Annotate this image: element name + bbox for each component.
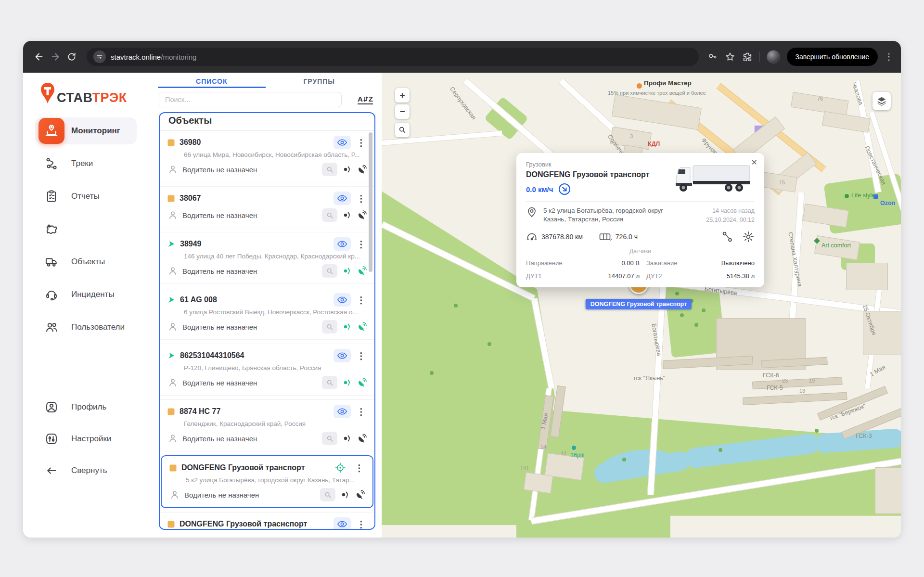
- route-icon[interactable]: [721, 231, 733, 243]
- row-menu-icon[interactable]: ⋮: [356, 240, 367, 249]
- sidebar-collapse-button[interactable]: Свернуть: [23, 455, 149, 487]
- sort-az-button[interactable]: A Z: [358, 95, 373, 104]
- bookmark-star-icon[interactable]: [725, 51, 735, 62]
- sidebar-item-geozones[interactable]: [23, 213, 149, 245]
- location-pin-icon: [526, 206, 538, 218]
- poi-marker-orange: [637, 83, 642, 89]
- driver-search-button[interactable]: [322, 320, 337, 333]
- status-parked-icon: [167, 195, 175, 202]
- panel-tabs: СПИСОК ГРУППЫ: [149, 73, 382, 88]
- sensor-label: Зажигание: [646, 259, 677, 267]
- sort-a: A: [358, 95, 363, 103]
- tab-list[interactable]: СПИСОК: [158, 73, 266, 88]
- map-shape: [875, 467, 901, 514]
- magnifier-icon: [326, 212, 334, 219]
- driver-search-button[interactable]: [322, 264, 337, 278]
- forward-button[interactable]: [47, 49, 64, 65]
- vehicle-driver-row: Водитель не назначен: [167, 264, 367, 278]
- sensor-value: 5145.38 л: [684, 272, 755, 280]
- magnifier-icon: [326, 323, 334, 331]
- url-text: stavtrack.online/monitoring: [111, 53, 196, 61]
- vehicle-card[interactable]: 862531044310564 ⋮ Р-120, Глинищево, Брян…: [160, 344, 374, 396]
- vehicle-card[interactable]: 38949 ⋮ 146 улица 40 лет Победы, Краснод…: [160, 232, 374, 284]
- zoom-in-label: +: [399, 90, 405, 101]
- sidebar-item-tracks[interactable]: Треки: [23, 147, 149, 180]
- locate-target-button[interactable]: [332, 461, 349, 474]
- row-menu-icon[interactable]: ⋮: [356, 138, 367, 147]
- vehicle-card[interactable]: 61 AG 008 ⋮ 6 улица Ростовский Выезд, Но…: [160, 288, 374, 340]
- row-menu-icon[interactable]: ⋮: [356, 295, 367, 305]
- row-menu-icon[interactable]: ⋮: [356, 407, 367, 416]
- row-menu-icon[interactable]: ⋮: [354, 463, 365, 473]
- map-shape: [719, 448, 722, 452]
- sensor-value: 0.00 В: [569, 259, 640, 267]
- visibility-eye-button[interactable]: [334, 237, 351, 251]
- search-input[interactable]: [158, 92, 342, 107]
- map-shape: [815, 429, 819, 433]
- map-search-button[interactable]: [395, 123, 410, 137]
- vehicle-marker-label[interactable]: DONGFENG Грузовой транспорт: [586, 299, 692, 309]
- status-moving-icon: [167, 296, 175, 304]
- monitoring-icon: [38, 118, 64, 144]
- site-settings-icon[interactable]: [93, 51, 106, 63]
- url-bar[interactable]: stavtrack.online/monitoring: [87, 48, 699, 66]
- map-layers-button[interactable]: [873, 92, 891, 110]
- visibility-eye-button[interactable]: [334, 517, 351, 530]
- map-label: 15: [779, 180, 785, 185]
- vehicle-name: DONGFENG Грузовой транспорт: [181, 463, 305, 472]
- tab-groups[interactable]: ГРУППЫ: [266, 73, 373, 88]
- map-zoom-in-button[interactable]: +: [395, 88, 410, 103]
- sidebar-item-reports[interactable]: Отчеты: [23, 180, 149, 213]
- vehicle-card[interactable]: DONGFENG Грузовой траснспорт ⋮ 71 улица …: [160, 512, 374, 530]
- driver-search-button[interactable]: [322, 163, 337, 176]
- driver-search-button[interactable]: [320, 488, 335, 501]
- vehicle-card[interactable]: 36980 ⋮ 66 улица Мира, Новосибирск, Ново…: [160, 130, 374, 182]
- driver-search-button[interactable]: [322, 376, 337, 389]
- row-menu-icon[interactable]: ⋮: [356, 194, 367, 203]
- visibility-eye-button[interactable]: [334, 293, 351, 307]
- vehicle-list: 36980 ⋮ 66 улица Мира, Новосибирск, Ново…: [160, 130, 374, 530]
- sidebar-item-objects[interactable]: Объекты: [23, 245, 149, 278]
- vehicle-card[interactable]: 38067 ⋮ Водитель не назначен: [160, 186, 374, 228]
- vehicle-title-row: 36980 ⋮: [167, 137, 367, 148]
- vehicle-title-row: DONGFENG Грузовой траснспорт ⋮: [167, 518, 367, 530]
- speed-value: 0.0 км/ч: [526, 185, 553, 193]
- visibility-eye-button[interactable]: [334, 192, 351, 205]
- driver-search-button[interactable]: [322, 208, 337, 222]
- list-scrollbar[interactable]: [369, 132, 372, 272]
- map-label: Профи Мастер: [644, 79, 692, 87]
- chrome-menu-icon[interactable]: ⋮: [885, 52, 893, 61]
- driver-person-icon: [167, 210, 178, 220]
- tracks-icon: [38, 151, 64, 177]
- vehicle-card[interactable]: 8874 НС 77 ⋮ Геленджик, Краснодарский кр…: [160, 399, 374, 451]
- map[interactable]: Серпуховская Солнечный пер КДЛ Фрунзе Чк…: [382, 73, 901, 538]
- profile-avatar[interactable]: [767, 50, 780, 64]
- direction-icon[interactable]: [558, 183, 571, 195]
- sidebar-item-profile[interactable]: Профиль: [23, 391, 149, 423]
- extensions-icon[interactable]: [742, 51, 753, 62]
- visibility-eye-button[interactable]: [334, 136, 351, 149]
- map-label: 19: [809, 378, 815, 384]
- map-shape: [680, 313, 684, 317]
- visibility-eye-button[interactable]: [334, 405, 351, 418]
- finish-update-button[interactable]: Завершить обновление: [787, 48, 878, 66]
- driver-search-button[interactable]: [322, 432, 337, 445]
- sensors-title: Датчики: [526, 248, 755, 255]
- eye-icon: [337, 520, 347, 528]
- row-menu-icon[interactable]: ⋮: [356, 520, 367, 529]
- sidebar-item-incidents[interactable]: Инциденты: [23, 278, 149, 311]
- gear-icon[interactable]: [742, 231, 755, 243]
- row-menu-icon[interactable]: ⋮: [356, 351, 367, 360]
- back-button[interactable]: [31, 49, 47, 65]
- sidebar-item-monitoring[interactable]: Мониторинг: [23, 115, 149, 147]
- map-zoom-out-button[interactable]: −: [395, 104, 410, 119]
- map-shape: [694, 323, 698, 327]
- objects-list-container: Объекты 36980 ⋮ 66 улица Мира, Новосибир…: [159, 112, 375, 530]
- sidebar-item-settings[interactable]: Настройки: [23, 423, 149, 455]
- vehicle-card[interactable]: DONGFENG Грузовой транспорт ⋮ 5 к2 улица…: [161, 455, 373, 508]
- screenshot-root: stavtrack.online/monitoring Завершить об…: [0, 0, 924, 577]
- reload-button[interactable]: [64, 49, 80, 65]
- password-key-icon[interactable]: [707, 51, 718, 62]
- sidebar-item-users[interactable]: Пользователи: [23, 311, 149, 344]
- visibility-eye-button[interactable]: [334, 349, 351, 362]
